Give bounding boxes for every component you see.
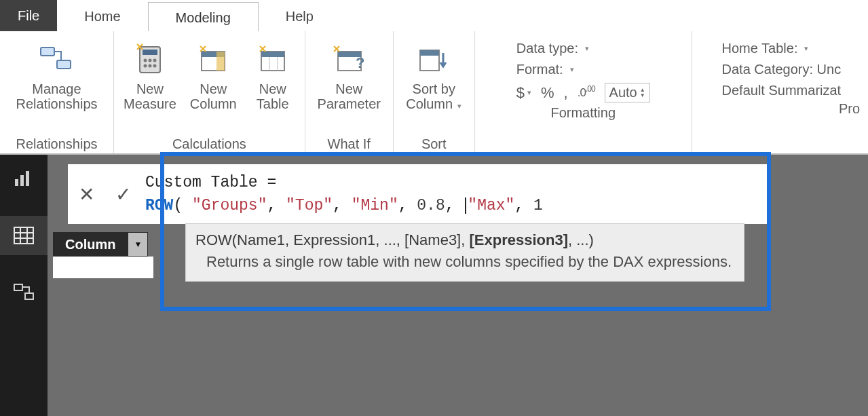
tab-home[interactable]: Home — [57, 1, 147, 31]
default-summarization-dropdown[interactable]: Default Summarizat — [722, 83, 842, 98]
svg-rect-1 — [57, 60, 71, 69]
spinner-icon[interactable]: ▲▼ — [640, 88, 645, 98]
svg-point-4 — [143, 59, 147, 62]
svg-text:?: ? — [356, 54, 364, 71]
svg-rect-24 — [20, 175, 24, 186]
data-type-dropdown[interactable]: Data type:▾ — [516, 41, 650, 56]
svg-rect-23 — [15, 179, 18, 186]
svg-rect-25 — [26, 171, 29, 186]
table-row — [53, 257, 153, 278]
chevron-down-icon: ▾ — [455, 102, 461, 110]
svg-rect-32 — [25, 293, 33, 299]
chevron-down-icon: ▾ — [527, 88, 531, 97]
sort-icon — [415, 41, 452, 77]
column-selector[interactable]: Column ▼ — [53, 232, 148, 257]
svg-point-10 — [138, 45, 141, 48]
svg-point-9 — [153, 64, 156, 68]
svg-point-6 — [153, 59, 156, 62]
new-table-button[interactable]: New Table — [246, 38, 299, 114]
percent-button[interactable]: % — [541, 84, 554, 102]
group-label-calculations: Calculations — [172, 134, 246, 153]
new-column-button[interactable]: New Column — [186, 38, 241, 114]
data-category-dropdown[interactable]: Data Category: Unc — [722, 62, 842, 77]
decimal-places-input[interactable]: Auto▲▼ — [605, 83, 650, 102]
group-label-sort: Sort — [421, 134, 447, 153]
svg-rect-13 — [216, 52, 225, 71]
ribbon-tabs: File Home Modeling Help — [0, 0, 868, 31]
ribbon: Manage Relationships Relationships New M… — [0, 31, 868, 155]
new-column-icon — [195, 41, 231, 77]
new-measure-button[interactable]: New Measure — [119, 38, 181, 114]
svg-rect-3 — [143, 50, 157, 55]
chevron-down-icon: ▾ — [570, 65, 574, 74]
sort-by-column-button[interactable]: Sort by Column ▾ — [402, 38, 466, 116]
tab-help[interactable]: Help — [259, 1, 341, 31]
chevron-down-icon[interactable]: ▼ — [128, 233, 147, 256]
format-dropdown[interactable]: Format:▾ — [516, 62, 650, 77]
svg-rect-22 — [420, 50, 439, 56]
svg-point-5 — [148, 59, 151, 62]
new-table-icon — [254, 41, 291, 77]
tab-file[interactable]: File — [0, 0, 57, 31]
manage-relationships-button[interactable]: Manage Relationships — [12, 38, 101, 114]
home-table-dropdown[interactable]: Home Table:▾ — [722, 41, 842, 56]
svg-rect-0 — [41, 48, 54, 56]
chevron-down-icon: ▾ — [804, 44, 808, 53]
decimal-button[interactable]: .0.00 — [578, 86, 595, 100]
svg-rect-31 — [14, 284, 22, 290]
highlight-overlay — [160, 152, 771, 311]
svg-point-8 — [148, 64, 151, 68]
currency-button[interactable]: $ ▾ — [516, 84, 531, 102]
relationships-icon — [38, 41, 75, 77]
tab-modeling[interactable]: Modeling — [148, 2, 259, 32]
model-view-button[interactable] — [10, 278, 38, 307]
svg-point-7 — [143, 64, 147, 68]
svg-rect-26 — [14, 227, 33, 244]
chevron-down-icon: ▾ — [585, 44, 589, 53]
thousands-button[interactable]: , — [564, 84, 568, 102]
calculator-icon — [132, 41, 168, 77]
commit-formula-button[interactable]: ✓ — [105, 164, 141, 224]
parameter-icon: ? — [331, 41, 367, 77]
svg-rect-15 — [261, 52, 284, 57]
group-label-formatting: Formatting — [550, 102, 616, 122]
group-label-relationships: Relationships — [16, 134, 97, 153]
data-view-button[interactable] — [0, 216, 48, 255]
report-view-button[interactable] — [10, 164, 38, 193]
new-parameter-button[interactable]: ? New Parameter — [314, 38, 385, 114]
cancel-formula-button[interactable]: ✕ — [68, 164, 105, 224]
group-label-whatif: What If — [328, 134, 371, 153]
view-switcher — [0, 155, 48, 416]
group-label-properties: Pro — [839, 98, 863, 118]
